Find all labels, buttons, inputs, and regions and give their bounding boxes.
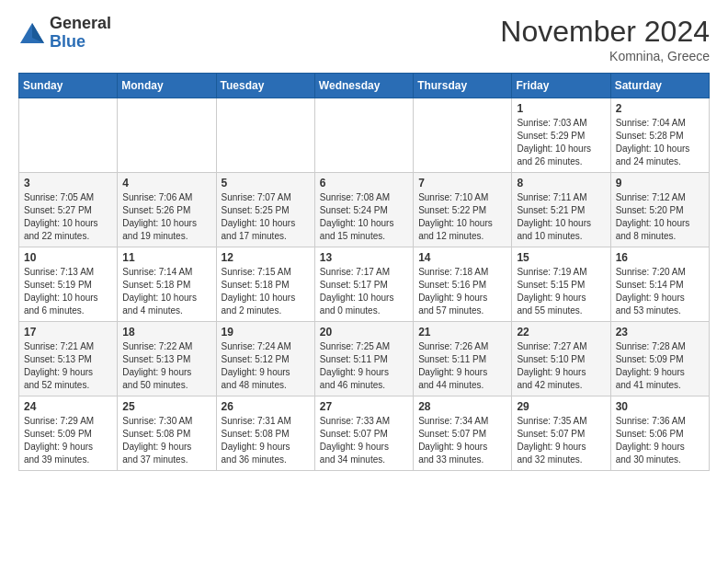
col-monday: Monday [118, 74, 216, 98]
day-number: 18 [122, 326, 210, 339]
day-number: 4 [122, 177, 210, 190]
col-tuesday: Tuesday [216, 74, 314, 98]
col-sunday: Sunday [19, 74, 118, 98]
day-info: Sunrise: 7:03 AM Sunset: 5:29 PM Dayligh… [517, 117, 605, 168]
calendar-header-row: Sunday Monday Tuesday Wednesday Thursday… [19, 74, 710, 98]
day-info: Sunrise: 7:20 AM Sunset: 5:14 PM Dayligh… [616, 266, 704, 317]
table-row [414, 98, 512, 173]
day-info: Sunrise: 7:05 AM Sunset: 5:27 PM Dayligh… [24, 191, 112, 243]
table-row: 2Sunrise: 7:04 AM Sunset: 5:28 PM Daylig… [610, 98, 709, 173]
table-row: 28Sunrise: 7:34 AM Sunset: 5:07 PM Dayli… [414, 396, 512, 471]
day-info: Sunrise: 7:31 AM Sunset: 5:08 PM Dayligh… [222, 415, 310, 466]
table-row: 25Sunrise: 7:30 AM Sunset: 5:08 PM Dayli… [118, 396, 216, 471]
logo-text: General Blue [50, 15, 111, 52]
title-block: November 2024 Komnina, Greece [500, 15, 710, 63]
day-info: Sunrise: 7:36 AM Sunset: 5:06 PM Dayligh… [616, 415, 704, 466]
day-info: Sunrise: 7:08 AM Sunset: 5:24 PM Dayligh… [320, 191, 408, 243]
table-row: 11Sunrise: 7:14 AM Sunset: 5:18 PM Dayli… [118, 247, 216, 322]
logo: General Blue [18, 15, 111, 52]
table-row: 12Sunrise: 7:15 AM Sunset: 5:18 PM Dayli… [216, 247, 314, 322]
day-number: 21 [418, 326, 506, 339]
col-wednesday: Wednesday [314, 74, 413, 98]
day-info: Sunrise: 7:11 AM Sunset: 5:21 PM Dayligh… [517, 191, 605, 243]
day-info: Sunrise: 7:34 AM Sunset: 5:07 PM Dayligh… [418, 415, 506, 466]
day-number: 26 [222, 400, 310, 413]
page: General Blue November 2024 Komnina, Gree… [0, 0, 728, 486]
table-row: 3Sunrise: 7:05 AM Sunset: 5:27 PM Daylig… [19, 173, 118, 247]
table-row: 26Sunrise: 7:31 AM Sunset: 5:08 PM Dayli… [216, 396, 314, 471]
day-info: Sunrise: 7:19 AM Sunset: 5:15 PM Dayligh… [517, 266, 605, 317]
day-number: 7 [418, 177, 506, 190]
table-row [19, 98, 118, 173]
day-number: 19 [222, 326, 310, 339]
day-number: 24 [24, 400, 112, 413]
table-row: 7Sunrise: 7:10 AM Sunset: 5:22 PM Daylig… [414, 173, 512, 247]
calendar-week-5: 24Sunrise: 7:29 AM Sunset: 5:09 PM Dayli… [19, 396, 710, 471]
logo-icon [18, 19, 46, 47]
table-row: 15Sunrise: 7:19 AM Sunset: 5:15 PM Dayli… [512, 247, 610, 322]
day-info: Sunrise: 7:26 AM Sunset: 5:11 PM Dayligh… [418, 340, 506, 392]
day-info: Sunrise: 7:25 AM Sunset: 5:11 PM Dayligh… [320, 340, 408, 392]
day-number: 1 [517, 102, 605, 115]
day-info: Sunrise: 7:04 AM Sunset: 5:28 PM Dayligh… [616, 117, 704, 168]
day-number: 14 [418, 251, 506, 264]
table-row: 18Sunrise: 7:22 AM Sunset: 5:13 PM Dayli… [118, 322, 216, 396]
col-thursday: Thursday [414, 74, 512, 98]
day-number: 3 [24, 177, 112, 190]
day-number: 15 [517, 251, 605, 264]
day-info: Sunrise: 7:14 AM Sunset: 5:18 PM Dayligh… [122, 266, 210, 317]
table-row: 9Sunrise: 7:12 AM Sunset: 5:20 PM Daylig… [610, 173, 709, 247]
day-number: 8 [517, 177, 605, 190]
day-number: 6 [320, 177, 408, 190]
day-info: Sunrise: 7:29 AM Sunset: 5:09 PM Dayligh… [24, 415, 112, 466]
table-row: 24Sunrise: 7:29 AM Sunset: 5:09 PM Dayli… [19, 396, 118, 471]
col-friday: Friday [512, 74, 610, 98]
day-number: 12 [222, 251, 310, 264]
table-row: 14Sunrise: 7:18 AM Sunset: 5:16 PM Dayli… [414, 247, 512, 322]
day-info: Sunrise: 7:22 AM Sunset: 5:13 PM Dayligh… [122, 340, 210, 392]
day-info: Sunrise: 7:33 AM Sunset: 5:07 PM Dayligh… [320, 415, 408, 466]
table-row: 29Sunrise: 7:35 AM Sunset: 5:07 PM Dayli… [512, 396, 610, 471]
day-number: 5 [222, 177, 310, 190]
location-subtitle: Komnina, Greece [500, 49, 710, 63]
day-info: Sunrise: 7:13 AM Sunset: 5:19 PM Dayligh… [24, 266, 112, 317]
day-info: Sunrise: 7:30 AM Sunset: 5:08 PM Dayligh… [122, 415, 210, 466]
day-number: 25 [122, 400, 210, 413]
day-number: 16 [616, 251, 704, 264]
day-info: Sunrise: 7:15 AM Sunset: 5:18 PM Dayligh… [222, 266, 310, 317]
table-row: 17Sunrise: 7:21 AM Sunset: 5:13 PM Dayli… [19, 322, 118, 396]
table-row: 4Sunrise: 7:06 AM Sunset: 5:26 PM Daylig… [118, 173, 216, 247]
day-number: 11 [122, 251, 210, 264]
calendar-week-2: 3Sunrise: 7:05 AM Sunset: 5:27 PM Daylig… [19, 173, 710, 247]
day-info: Sunrise: 7:12 AM Sunset: 5:20 PM Dayligh… [616, 191, 704, 243]
table-row: 22Sunrise: 7:27 AM Sunset: 5:10 PM Dayli… [512, 322, 610, 396]
table-row: 8Sunrise: 7:11 AM Sunset: 5:21 PM Daylig… [512, 173, 610, 247]
table-row: 20Sunrise: 7:25 AM Sunset: 5:11 PM Dayli… [314, 322, 413, 396]
table-row: 23Sunrise: 7:28 AM Sunset: 5:09 PM Dayli… [610, 322, 709, 396]
day-info: Sunrise: 7:27 AM Sunset: 5:10 PM Dayligh… [517, 340, 605, 392]
table-row: 21Sunrise: 7:26 AM Sunset: 5:11 PM Dayli… [414, 322, 512, 396]
day-number: 13 [320, 251, 408, 264]
logo-general: General [50, 14, 111, 32]
day-number: 29 [517, 400, 605, 413]
table-row: 19Sunrise: 7:24 AM Sunset: 5:12 PM Dayli… [216, 322, 314, 396]
day-info: Sunrise: 7:18 AM Sunset: 5:16 PM Dayligh… [418, 266, 506, 317]
table-row: 6Sunrise: 7:08 AM Sunset: 5:24 PM Daylig… [314, 173, 413, 247]
calendar-week-3: 10Sunrise: 7:13 AM Sunset: 5:19 PM Dayli… [19, 247, 710, 322]
day-number: 10 [24, 251, 112, 264]
day-number: 17 [24, 326, 112, 339]
logo-blue: Blue [50, 32, 85, 51]
calendar-week-4: 17Sunrise: 7:21 AM Sunset: 5:13 PM Dayli… [19, 322, 710, 396]
table-row: 5Sunrise: 7:07 AM Sunset: 5:25 PM Daylig… [216, 173, 314, 247]
day-info: Sunrise: 7:10 AM Sunset: 5:22 PM Dayligh… [418, 191, 506, 243]
day-number: 22 [517, 326, 605, 339]
table-row: 30Sunrise: 7:36 AM Sunset: 5:06 PM Dayli… [610, 396, 709, 471]
day-number: 30 [616, 400, 704, 413]
month-title: November 2024 [500, 15, 710, 49]
table-row [314, 98, 413, 173]
day-info: Sunrise: 7:35 AM Sunset: 5:07 PM Dayligh… [517, 415, 605, 466]
table-row [216, 98, 314, 173]
table-row: 1Sunrise: 7:03 AM Sunset: 5:29 PM Daylig… [512, 98, 610, 173]
table-row: 10Sunrise: 7:13 AM Sunset: 5:19 PM Dayli… [19, 247, 118, 322]
day-number: 27 [320, 400, 408, 413]
